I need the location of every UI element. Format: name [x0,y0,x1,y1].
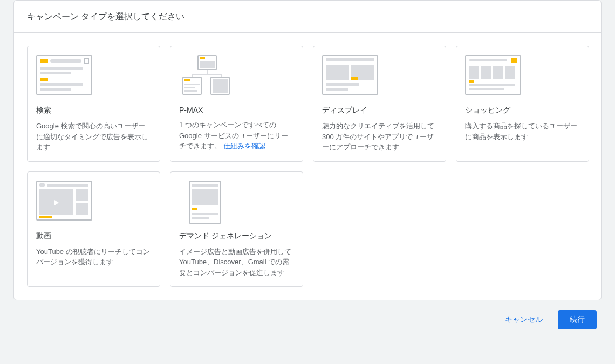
card-description: YouTube の視聴者にリーチしてコンバージョンを獲得します [36,246,151,267]
card-title: 検索 [36,106,151,115]
card-title: ショッピング [465,106,580,115]
pmax-illustration-icon [179,55,235,98]
cancel-button[interactable]: キャンセル [498,311,549,329]
card-title: P-MAX [179,106,294,114]
card-description: イメージ広告と動画広告を併用して YouTube、Discover、Gmail … [179,246,294,278]
card-pmax[interactable]: P-MAX 1 つのキャンペーンですべての Google サービスのユーザーにリ… [170,46,303,162]
card-demand-gen[interactable]: デマンド ジェネレーション イメージ広告と動画広告を併用して YouTube、D… [170,171,303,287]
card-shopping[interactable]: ショッピング 購入する商品を探しているユーザーに商品を表示します [456,46,589,162]
campaign-type-panel: キャンペーン タイプを選択してください 検索 Google 検索で関心の高いユー… [13,0,602,300]
panel-title: キャンペーン タイプを選択してください [14,1,601,33]
card-grid: 検索 Google 検索で関心の高いユーザーに適切なタイミングで広告を表示します [14,33,601,300]
card-title: 動画 [36,231,151,241]
display-illustration-icon [322,55,378,98]
card-title: ディスプレイ [322,106,437,115]
pmax-learn-more-link[interactable]: 仕組みを確認 [223,142,265,150]
video-illustration-icon [36,181,92,224]
card-display[interactable]: ディスプレイ 魅力的なクリエイティブを活用して 300 万件のサイトやアプリでユ… [313,46,446,162]
card-search[interactable]: 検索 Google 検索で関心の高いユーザーに適切なタイミングで広告を表示します [27,46,160,162]
card-description: Google 検索で関心の高いユーザーに適切なタイミングで広告を表示します [36,121,151,153]
card-description: 魅力的なクリエイティブを活用して 300 万件のサイトやアプリでユーザーにアプロ… [322,121,437,153]
card-description: 1 つのキャンペーンですべての Google サービスのユーザーにリーチできます… [179,120,294,152]
search-illustration-icon [36,55,92,98]
continue-button[interactable]: 続行 [558,310,597,329]
footer-actions: キャンセル 続行 [0,300,615,339]
demand-gen-illustration-icon [179,181,235,224]
shopping-illustration-icon [465,55,521,98]
card-title: デマンド ジェネレーション [179,231,294,241]
card-description: 購入する商品を探しているユーザーに商品を表示します [465,121,580,142]
card-video[interactable]: 動画 YouTube の視聴者にリーチしてコンバージョンを獲得します [27,171,160,287]
